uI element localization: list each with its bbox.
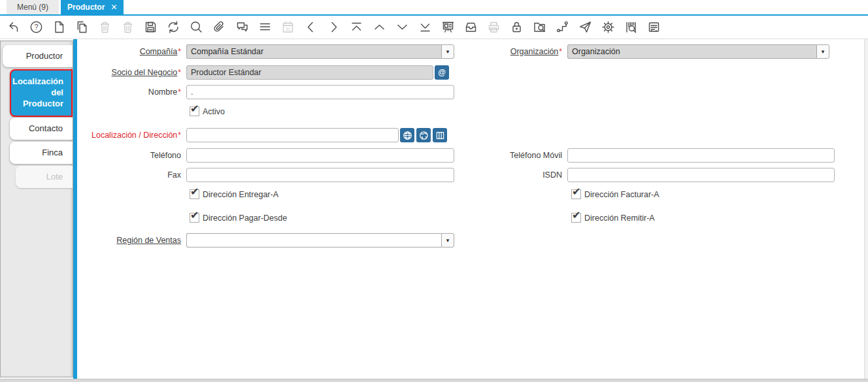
fax-label: Fax — [85, 168, 181, 182]
tab-sidebar: ProductorLocalización del ProductorConta… — [0, 40, 73, 377]
direccion-facturar-row: ✔ Dirección Facturar-A — [571, 189, 659, 199]
nombre-label: Nombre* — [85, 85, 181, 99]
chevron-left-icon[interactable] — [303, 20, 318, 35]
globe-grid-icon[interactable] — [400, 128, 414, 142]
direccion-facturar-checkbox[interactable]: ✔ — [571, 189, 581, 199]
tab-productor-label: Productor — [67, 3, 105, 12]
activo-checkbox[interactable]: ✔ — [190, 106, 199, 116]
send-icon[interactable] — [578, 20, 593, 35]
map-icon[interactable] — [433, 128, 447, 142]
socio-negocio-label: Socio del Negocio* — [85, 65, 181, 80]
socio-negocio-field[interactable]: Productor Estándar — [186, 65, 433, 80]
trash-icon — [97, 20, 112, 35]
lock-icon[interactable] — [509, 20, 524, 35]
compania-value: Compañía Estándar — [186, 44, 441, 59]
telefono-label: Teléfono — [85, 148, 181, 163]
direccion-pagar-row: ✔ Dirección Pagar-Desde — [190, 213, 287, 223]
sidebar-tab-finca[interactable]: Finca — [10, 142, 73, 164]
barcode-search-icon[interactable] — [624, 20, 639, 35]
direccion-remitir-label: Dirección Remitir-A — [584, 214, 655, 223]
calendar-icon: 31 — [280, 20, 295, 35]
telefono-movil-label: Teléfono Móvil — [458, 148, 562, 163]
copy-document-icon[interactable] — [75, 20, 90, 35]
direccion-remitir-checkbox[interactable]: ✔ — [571, 213, 581, 223]
new-document-icon[interactable] — [52, 20, 67, 35]
direccion-entregar-row: ✔ Dirección Entregar-A — [190, 189, 278, 199]
isdn-input[interactable] — [567, 168, 835, 182]
organizacion-combobox[interactable]: Organización ▾ — [567, 44, 829, 59]
content-area: ProductorLocalización del ProductorConta… — [0, 39, 868, 379]
first-record-icon[interactable] — [349, 20, 364, 35]
toolbar: ?31 — [0, 16, 868, 39]
sidebar-tab-localizaci-n-del-productor[interactable]: Localización del Productor — [10, 69, 73, 117]
checkmark-icon: ✔ — [572, 209, 580, 221]
organizacion-value: Organización — [567, 44, 816, 59]
compania-combobox[interactable]: Compañía Estándar ▾ — [186, 44, 454, 59]
checkmark-icon: ✔ — [190, 209, 199, 221]
checkmark-icon: ✔ — [572, 185, 580, 198]
direccion-pagar-checkbox[interactable]: ✔ — [190, 213, 199, 223]
checkmark-icon: ✔ — [190, 103, 199, 115]
chevron-up-icon[interactable] — [372, 20, 387, 35]
activo-checkbox-row: ✔ Activo — [190, 106, 225, 116]
help-icon[interactable]: ? — [29, 20, 44, 35]
folder-search-icon[interactable] — [532, 20, 547, 35]
chevron-down-icon[interactable]: ▾ — [441, 233, 454, 247]
sidebar-tab-productor[interactable]: Productor — [3, 45, 73, 67]
tab-productor[interactable]: Productor ✕ — [61, 0, 124, 14]
direccion-pagar-label: Dirección Pagar-Desde — [203, 214, 287, 223]
bottom-strip — [0, 379, 868, 382]
region-ventas-combobox[interactable]: ▾ — [186, 233, 454, 247]
paperclip-icon[interactable] — [212, 20, 227, 35]
last-record-icon[interactable] — [418, 20, 433, 35]
save-icon[interactable] — [143, 20, 158, 35]
earth-globe-icon[interactable] — [416, 128, 431, 142]
sidebar-tab-lote: Lote — [16, 166, 73, 188]
business-partner-info-button[interactable]: @ — [435, 65, 449, 80]
fax-input[interactable] — [186, 168, 454, 182]
chevron-right-icon[interactable] — [326, 20, 341, 35]
search-icon[interactable] — [189, 20, 204, 35]
direccion-facturar-label: Dirección Facturar-A — [584, 190, 659, 199]
chevron-down-icon[interactable] — [395, 20, 410, 35]
gear-icon[interactable] — [601, 20, 616, 35]
at-icon: @ — [438, 68, 446, 77]
region-ventas-label: Región de Ventas — [85, 233, 181, 247]
active-tab-strip — [73, 39, 77, 379]
compania-label: Compañía* — [85, 44, 181, 59]
telefono-movil-input[interactable] — [567, 148, 835, 163]
scrollbar-track[interactable] — [864, 39, 868, 379]
window-tab-bar: Menú (9) Productor ✕ — [0, 0, 868, 14]
telefono-input[interactable] — [186, 148, 454, 163]
refresh-icon[interactable] — [166, 20, 181, 35]
chevron-down-icon[interactable]: ▾ — [816, 44, 829, 59]
trash-selection-icon — [120, 20, 135, 35]
note-icon[interactable] — [646, 20, 661, 35]
activo-label: Activo — [203, 107, 225, 116]
undo-icon[interactable] — [6, 20, 21, 35]
tab-menu[interactable]: Menú (9) — [7, 0, 59, 14]
localizacion-label: Localización / Dirección* — [65, 128, 181, 142]
close-icon[interactable]: ✕ — [110, 3, 117, 12]
nombre-input[interactable] — [186, 85, 454, 99]
direccion-entregar-checkbox[interactable]: ✔ — [190, 189, 199, 199]
archive-icon[interactable] — [463, 20, 478, 35]
printer-icon — [486, 20, 501, 35]
chat-icon[interactable] — [235, 20, 250, 35]
tab-menu-label: Menú (9) — [17, 3, 48, 12]
direccion-entregar-label: Dirección Entregar-A — [203, 190, 278, 199]
sidebar-tab-contacto[interactable]: Contacto — [10, 118, 73, 140]
direccion-remitir-row: ✔ Dirección Remitir-A — [571, 213, 655, 223]
workflow-icon[interactable] — [555, 20, 570, 35]
region-ventas-value — [186, 233, 441, 247]
svg-text:31: 31 — [286, 27, 291, 31]
isdn-label: ISDN — [458, 168, 562, 182]
presentation-icon[interactable] — [441, 20, 456, 35]
organizacion-label: Organización* — [451, 44, 562, 59]
svg-text:?: ? — [34, 23, 38, 31]
checkmark-icon: ✔ — [190, 185, 199, 198]
localizacion-input[interactable] — [186, 128, 399, 142]
list-icon[interactable] — [258, 20, 273, 35]
